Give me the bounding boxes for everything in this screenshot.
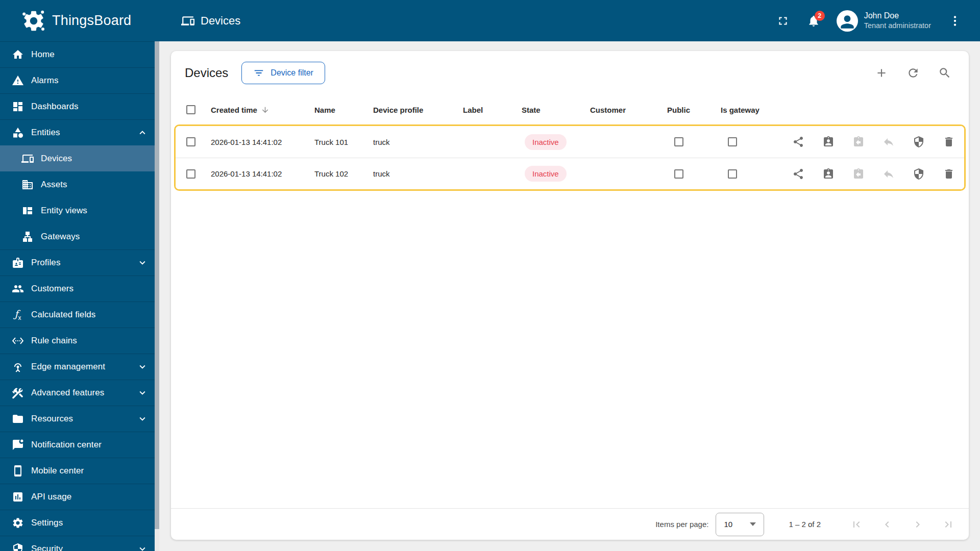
user-role: Tenant administrator — [864, 21, 931, 30]
gear-icon — [12, 517, 24, 529]
table-header-row: Created time Name Device profile Label S… — [171, 95, 969, 124]
device-filter-button[interactable]: Device filter — [241, 62, 325, 84]
last-page-icon[interactable] — [942, 518, 954, 531]
sidebar-item-calculated-fields[interactable]: ƒx Calculated fields — [0, 302, 159, 328]
assign-to-customer-icon[interactable] — [822, 168, 835, 180]
items-per-page-label: Items per page: — [655, 520, 708, 529]
refresh-button[interactable] — [906, 66, 920, 80]
top-bar-actions: 2 John Doe Tenant administrator — [776, 10, 980, 32]
add-device-button[interactable] — [875, 66, 888, 80]
avatar[interactable] — [837, 10, 858, 32]
cell-created-time: 2026-01-13 14:41:02 — [211, 138, 314, 146]
assign-to-customer-icon[interactable] — [822, 136, 835, 148]
row-checkbox[interactable] — [186, 137, 195, 146]
thingsboard-logo-icon — [21, 9, 46, 33]
first-page-icon[interactable] — [850, 518, 863, 531]
is-gateway-checkbox[interactable] — [728, 169, 737, 179]
lan-icon — [21, 231, 34, 243]
filter-icon — [253, 67, 264, 79]
manage-credentials-icon[interactable] — [913, 168, 925, 180]
home-icon — [12, 48, 24, 61]
notifications-button[interactable]: 2 — [807, 14, 820, 28]
warning-triangle-icon — [12, 74, 24, 87]
sidebar-item-edge-management[interactable]: Edge management — [0, 354, 159, 380]
antenna-icon — [12, 361, 24, 373]
brand-logo[interactable]: ThingsBoard — [0, 9, 159, 33]
column-header-public[interactable]: Public — [667, 106, 721, 114]
sidebar-item-security[interactable]: Security — [0, 536, 159, 551]
sidebar-item-devices[interactable]: Devices — [0, 145, 159, 171]
public-checkbox[interactable] — [674, 137, 683, 146]
view-grid-icon — [21, 205, 34, 217]
cell-created-time: 2026-01-13 14:41:02 — [211, 169, 314, 178]
cell-name: Truck 101 — [314, 138, 373, 146]
dashboard-grid-icon — [12, 101, 24, 113]
sidebar-item-home[interactable]: Home — [0, 41, 159, 67]
sidebar-scrollbar[interactable] — [155, 41, 159, 551]
column-header-state[interactable]: State — [522, 106, 590, 114]
next-page-icon[interactable] — [912, 518, 924, 531]
column-header-is-gateway[interactable]: Is gateway — [721, 106, 792, 114]
search-button[interactable] — [938, 66, 951, 80]
column-header-name[interactable]: Name — [314, 106, 373, 114]
scrollbar-thumb[interactable] — [155, 41, 159, 529]
building-icon — [21, 179, 34, 191]
delete-icon[interactable] — [943, 136, 955, 148]
share-icon[interactable] — [792, 136, 804, 148]
sidebar-item-dashboards[interactable]: Dashboards — [0, 93, 159, 119]
sidebar-item-notification-center[interactable]: Notification center — [0, 432, 159, 458]
user-info[interactable]: John Doe Tenant administrator — [864, 11, 931, 30]
badge-icon — [12, 257, 24, 269]
row-checkbox[interactable] — [186, 169, 195, 179]
page-title: Devices — [185, 66, 228, 80]
devices-breadcrumb-icon — [181, 14, 194, 28]
sidebar-item-resources[interactable]: Resources — [0, 406, 159, 432]
category-shapes-icon — [12, 127, 24, 139]
previous-page-icon[interactable] — [881, 518, 893, 531]
column-header-customer[interactable]: Customer — [590, 106, 667, 114]
top-bar: ThingsBoard Devices 2 John Doe Tenant ad… — [0, 0, 980, 41]
column-header-device-profile[interactable]: Device profile — [373, 106, 463, 114]
public-checkbox[interactable] — [674, 169, 683, 179]
share-icon[interactable] — [792, 168, 804, 180]
sidebar-item-api-usage[interactable]: API usage — [0, 484, 159, 510]
column-header-created-time[interactable]: Created time — [211, 106, 314, 114]
thingsboard-app: ThingsBoard Devices 2 John Doe Tenant ad… — [0, 0, 980, 551]
sidebar-item-advanced-features[interactable]: Advanced features — [0, 380, 159, 406]
chevron-down-icon — [137, 361, 148, 372]
sidebar-item-assets[interactable]: Assets — [0, 171, 159, 197]
sidebar-item-customers[interactable]: Customers — [0, 276, 159, 302]
cell-device-profile: truck — [373, 138, 463, 146]
sort-desc-icon — [261, 106, 270, 114]
sidebar-item-alarms[interactable]: Alarms — [0, 67, 159, 93]
delete-icon[interactable] — [943, 168, 955, 180]
cell-state: Inactive — [522, 134, 590, 150]
manage-credentials-icon[interactable] — [913, 136, 925, 148]
pager-nav — [850, 518, 954, 531]
sidebar-item-profiles[interactable]: Profiles — [0, 249, 159, 276]
sidebar-item-mobile-center[interactable]: Mobile center — [0, 458, 159, 484]
sidebar-item-gateways[interactable]: Gateways — [0, 223, 159, 249]
items-per-page-select[interactable]: 10 — [716, 513, 764, 536]
chevron-down-icon — [137, 387, 148, 398]
sidebar: Home Alarms Dashboards Entities Devices — [0, 41, 159, 551]
settings-ethernet-icon — [12, 335, 24, 347]
is-gateway-checkbox[interactable] — [728, 137, 737, 146]
more-menu-icon[interactable] — [948, 14, 962, 28]
select-all-checkbox[interactable] — [186, 105, 195, 114]
sidebar-item-entity-views[interactable]: Entity views — [0, 197, 159, 223]
highlighted-rows-group: 2026-01-13 14:41:02 Truck 101 truck Inac… — [174, 124, 966, 191]
sidebar-item-settings[interactable]: Settings — [0, 510, 159, 536]
table-row[interactable]: 2026-01-13 14:41:02 Truck 101 truck Inac… — [176, 126, 964, 158]
fullscreen-icon[interactable] — [776, 14, 790, 28]
refresh-icon — [906, 66, 920, 80]
card-toolbar: Devices Device filter — [171, 51, 969, 95]
column-header-label[interactable]: Label — [463, 106, 522, 114]
sidebar-item-entities[interactable]: Entities — [0, 119, 159, 145]
cell-state: Inactive — [522, 166, 590, 182]
bar-chart-box-icon — [12, 491, 24, 503]
sidebar-item-rule-chains[interactable]: Rule chains — [0, 328, 159, 354]
user-name: John Doe — [864, 11, 931, 21]
row-actions — [792, 168, 961, 180]
table-row[interactable]: 2026-01-13 14:41:02 Truck 102 truck Inac… — [176, 158, 964, 189]
